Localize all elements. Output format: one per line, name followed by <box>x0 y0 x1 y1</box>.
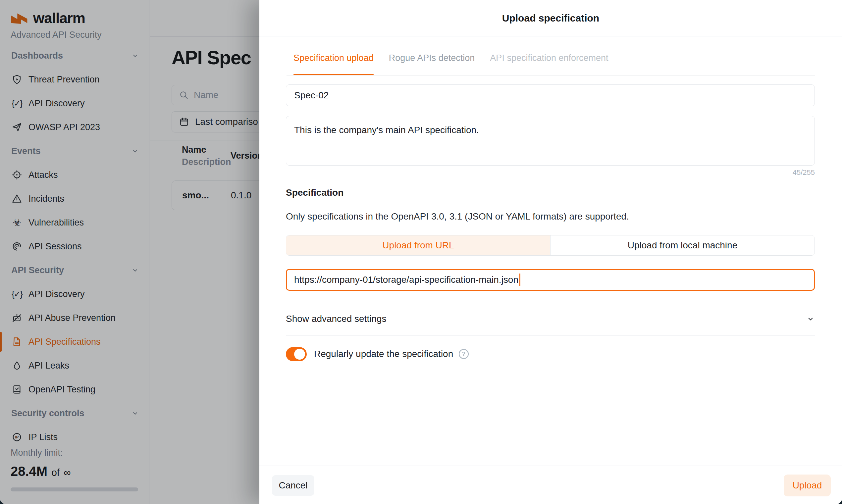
char-counter: 45/255 <box>793 168 815 177</box>
spec-name-value: Spec-02 <box>294 90 328 101</box>
tab-api-specification-enforcement[interactable]: API specification enforcement <box>490 53 608 75</box>
upload-from-url-segment[interactable]: Upload from URL <box>286 235 550 255</box>
regular-update-label: Regularly update the specification <box>314 349 453 359</box>
specification-url-value: https://company-01/storage/api-specifica… <box>294 274 518 285</box>
specification-section-hint: Only specifications in the OpenAPI 3.0, … <box>286 211 629 222</box>
spec-name-input[interactable]: Spec-02 <box>286 85 815 106</box>
modal-tabs: Specification upload Rogue APIs detectio… <box>293 53 608 75</box>
advanced-divider <box>286 336 815 336</box>
spec-description-value: This is the company's main API specifica… <box>294 125 479 135</box>
app-window: wallarm Advanced API Security Dashboards… <box>0 0 842 504</box>
upload-from-local-segment[interactable]: Upload from local machine <box>550 235 814 255</box>
regular-update-toggle[interactable] <box>286 347 307 361</box>
cancel-button[interactable]: Cancel <box>272 475 314 496</box>
help-question-icon[interactable]: ? <box>458 348 470 360</box>
modal-title: Upload specification <box>502 13 599 24</box>
modal-header: Upload specification <box>259 0 842 36</box>
specification-url-input[interactable]: https://company-01/storage/api-specifica… <box>286 269 815 291</box>
upload-source-segmented-control: Upload from URL Upload from local machin… <box>286 235 815 256</box>
tab-rogue-apis-detection[interactable]: Rogue APIs detection <box>389 53 475 75</box>
modal-footer: Cancel Upload <box>259 466 842 504</box>
spec-description-textarea[interactable]: This is the company's main API specifica… <box>286 116 815 166</box>
regular-update-row: Regularly update the specification ? <box>286 344 470 364</box>
chevron-down-icon <box>806 314 815 323</box>
tab-specification-upload[interactable]: Specification upload <box>293 53 374 75</box>
svg-text:?: ? <box>462 351 466 357</box>
toggle-knob <box>294 349 305 360</box>
advanced-settings-label: Show advanced settings <box>286 313 387 324</box>
upload-button[interactable]: Upload <box>784 474 831 497</box>
show-advanced-settings[interactable]: Show advanced settings <box>286 309 815 328</box>
upload-specification-modal: Upload specification Specification uploa… <box>259 0 842 504</box>
specification-section-title: Specification <box>286 187 343 198</box>
text-caret <box>519 273 520 286</box>
